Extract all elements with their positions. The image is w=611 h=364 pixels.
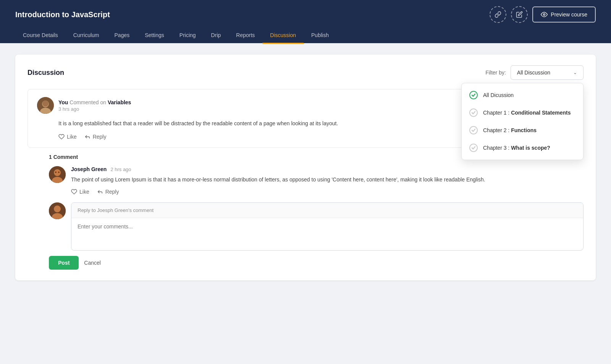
svg-point-0 xyxy=(543,14,545,16)
discussion-header: Discussion Filter by: All Discussion ⌄ A… xyxy=(27,65,584,80)
header-actions: Preview course xyxy=(490,6,596,23)
tab-pages[interactable]: Pages xyxy=(107,28,137,44)
chevron-down-icon: ⌄ xyxy=(573,70,577,75)
tab-publish[interactable]: Publish xyxy=(304,28,336,44)
comment-actions: Like Reply xyxy=(71,189,584,195)
svg-point-9 xyxy=(58,171,60,173)
cancel-button[interactable]: Cancel xyxy=(84,260,101,266)
link-icon-button[interactable] xyxy=(490,6,506,23)
reply-icon xyxy=(97,189,103,195)
post-author-info: You Commented on Variables 3 hrs ago xyxy=(58,99,131,112)
comment-time: 2 hrs ago xyxy=(110,167,131,172)
post-lesson-name: Variables xyxy=(108,99,131,105)
discussion-card: Discussion Filter by: All Discussion ⌄ A… xyxy=(15,55,596,280)
post-username: You xyxy=(58,99,68,105)
nav-tabs: Course Details Curriculum Pages Settings… xyxy=(15,27,596,43)
comment-like-label: Like xyxy=(79,189,89,195)
post-reply-button[interactable]: Reply xyxy=(84,134,107,140)
post-author-avatar xyxy=(37,97,54,114)
check-icon-ch1 xyxy=(469,108,478,117)
dropdown-item-ch1[interactable]: Chapter 1 : Conditional Statements xyxy=(462,104,583,121)
post-time: 3 hrs ago xyxy=(58,106,131,112)
check-icon-ch3 xyxy=(469,144,478,152)
comment-like-button[interactable]: Like xyxy=(71,189,89,195)
heart-icon xyxy=(71,189,77,195)
comment-item: Joseph Green 2 hrs ago The point of usin… xyxy=(49,166,584,194)
filter-dropdown-menu: All Dicussion Chapter 1 : Conditional St… xyxy=(461,83,584,160)
post-button[interactable]: Post xyxy=(49,256,79,270)
post-like-label: Like xyxy=(67,134,77,140)
tab-reports[interactable]: Reports xyxy=(228,28,262,44)
reply-icon xyxy=(84,134,91,140)
tab-pricing[interactable]: Pricing xyxy=(172,28,204,44)
tab-course-details[interactable]: Course Details xyxy=(15,28,66,44)
reply-box: Reply to Joesph Green's comment xyxy=(27,202,584,251)
tab-curriculum[interactable]: Curriculum xyxy=(66,28,107,44)
post-like-button[interactable]: Like xyxy=(58,134,77,140)
header: Introduction to JavaScript Previ xyxy=(0,0,611,43)
post-commented-on: Commented on xyxy=(70,99,108,105)
preview-course-button[interactable]: Preview course xyxy=(532,6,596,23)
svg-point-4 xyxy=(42,100,48,107)
post-reply-label: Reply xyxy=(93,134,107,140)
check-icon-ch2 xyxy=(469,126,478,134)
dropdown-item-all[interactable]: All Dicussion xyxy=(462,86,583,104)
comment-reply-button[interactable]: Reply xyxy=(97,189,119,195)
tab-discussion[interactable]: Discussion xyxy=(262,28,304,44)
discussion-title: Discussion xyxy=(27,69,64,77)
post-user-line: You Commented on Variables xyxy=(58,99,131,105)
reply-submit-area: Post Cancel xyxy=(27,256,584,270)
reply-textarea[interactable] xyxy=(71,218,583,249)
course-title: Introduction to JavaScript xyxy=(15,10,110,19)
svg-point-11 xyxy=(54,205,61,212)
comment-body: The point of using Lorem Ipsum is that i… xyxy=(71,175,584,184)
main-content: Discussion Filter by: All Discussion ⌄ A… xyxy=(0,43,611,292)
filter-label: Filter by: xyxy=(485,70,506,76)
dropdown-item-ch2[interactable]: Chapter 2 : Functions xyxy=(462,121,583,139)
dropdown-item-ch3-label: Chapter 3 : What is scope? xyxy=(483,145,550,151)
reply-header: Reply to Joesph Green's comment xyxy=(71,203,583,218)
comment-content: Joseph Green 2 hrs ago The point of usin… xyxy=(71,166,584,194)
filter-dropdown-value: All Discussion xyxy=(517,70,550,76)
preview-course-label: Preview course xyxy=(551,11,587,18)
check-icon-all xyxy=(469,91,478,99)
comments-section: 1 Comment Joseph Green 2 hrs ago xyxy=(27,154,584,194)
comment-username: Joseph Green xyxy=(71,166,107,172)
dropdown-item-all-label: All Dicussion xyxy=(483,92,514,98)
comment-reply-label: Reply xyxy=(105,189,119,195)
svg-point-6 xyxy=(54,169,61,176)
dropdown-item-ch2-label: Chapter 2 : Functions xyxy=(483,127,537,133)
reply-textarea-wrapper: Reply to Joesph Green's comment xyxy=(71,202,584,251)
tab-drip[interactable]: Drip xyxy=(204,28,229,44)
reply-author-avatar xyxy=(49,202,66,219)
dropdown-item-ch1-label: Chapter 1 : Conditional Statements xyxy=(483,110,571,116)
comment-author-avatar xyxy=(49,166,66,183)
dropdown-item-ch3[interactable]: Chapter 3 : What is scope? xyxy=(462,139,583,157)
edit-icon-button[interactable] xyxy=(511,6,528,23)
heart-icon xyxy=(58,134,65,140)
tab-settings[interactable]: Settings xyxy=(137,28,172,44)
filter-area: Filter by: All Discussion ⌄ All Dicussio… xyxy=(485,65,584,80)
filter-dropdown[interactable]: All Discussion ⌄ xyxy=(511,65,584,80)
svg-point-8 xyxy=(55,171,57,173)
comment-meta-line: Joseph Green 2 hrs ago xyxy=(71,166,584,172)
